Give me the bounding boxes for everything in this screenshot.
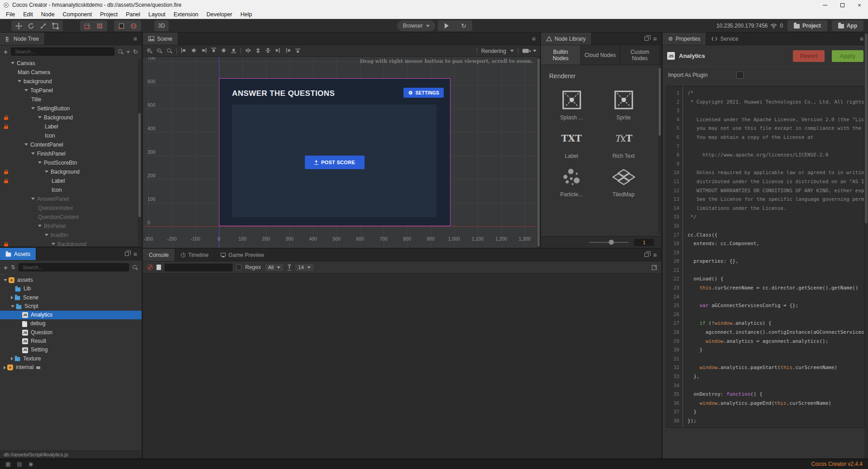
tab-properties[interactable]: ⚙ Properties xyxy=(663,33,706,45)
design-canvas[interactable]: ANSWER THE QUESTIONS ⚙ SETTINGS POST SCO… xyxy=(219,78,451,226)
tab-scene[interactable]: Scene xyxy=(143,33,178,45)
tree-node-toppanel[interactable]: TopPanel xyxy=(0,86,142,95)
mode-3d-button[interactable]: 3D xyxy=(154,20,169,31)
open-log-icon[interactable] xyxy=(157,265,161,270)
minimize-button[interactable] xyxy=(816,0,834,10)
expand-arrow-icon[interactable] xyxy=(52,243,55,245)
tree-node-questionindex[interactable]: QuestionIndex xyxy=(0,204,142,213)
tree-node-background[interactable]: Background xyxy=(0,113,142,122)
tree-node-btnpanel[interactable]: BtnPanel xyxy=(0,222,142,231)
library-tab-builtin-nodes[interactable]: Builtin Nodes xyxy=(541,45,581,65)
import-as-plugin-checkbox[interactable] xyxy=(736,71,744,79)
detach-panel-icon[interactable] xyxy=(645,37,649,41)
expand-arrow-icon[interactable] xyxy=(4,279,7,281)
library-zoom-slider[interactable] xyxy=(589,242,629,243)
rect-tool-button[interactable] xyxy=(49,21,62,31)
font-size-select[interactable]: 14 xyxy=(294,263,314,272)
tree-node-postscorebtn[interactable]: PostScoreBtn xyxy=(0,158,142,167)
log-list-icon[interactable]: ▤ xyxy=(17,461,22,467)
expand-arrow-icon[interactable] xyxy=(38,116,42,118)
expand-arrow-icon[interactable] xyxy=(11,296,13,299)
library-item-tiledmap[interactable]: TiledMap xyxy=(598,166,650,198)
asset-item-texture[interactable]: Texture xyxy=(0,355,142,363)
search-icon[interactable] xyxy=(132,265,138,270)
library-item-label[interactable]: TXTLabel xyxy=(545,128,598,159)
anchor-gizmo-button[interactable] xyxy=(115,21,128,31)
menu-file[interactable]: File xyxy=(2,11,19,18)
library-item-splash[interactable]: Splash ... xyxy=(545,90,598,121)
log-level-select[interactable]: All xyxy=(265,263,284,272)
eye-icon[interactable]: ◉ xyxy=(28,461,33,467)
add-node-button[interactable]: + xyxy=(4,48,8,55)
open-project-button[interactable]: Project xyxy=(787,20,827,31)
panel-menu-icon[interactable]: ≡ xyxy=(860,36,863,42)
tree-node-answerpanel[interactable]: AnswerPanel xyxy=(0,194,142,204)
expand-arrow-icon[interactable] xyxy=(38,225,42,227)
scene-viewport[interactable]: 7006005004003002001000 -300-200-10001002… xyxy=(143,57,540,248)
tree-node-main-camera[interactable]: Main Camera xyxy=(0,68,142,77)
align-middle-icon[interactable] xyxy=(221,47,227,55)
expand-arrow-icon[interactable] xyxy=(24,143,28,146)
clear-console-icon[interactable] xyxy=(147,265,153,270)
distribute-bottom-icon[interactable] xyxy=(295,47,301,55)
refresh-button[interactable]: ↻ xyxy=(455,21,472,31)
asset-search-input[interactable] xyxy=(19,263,129,271)
expand-arrow-icon[interactable] xyxy=(31,198,35,200)
node-search-input[interactable] xyxy=(11,47,114,56)
detach-panel-icon[interactable] xyxy=(125,252,129,256)
refresh-tree-icon[interactable]: ↻ xyxy=(133,49,138,55)
asset-item-lib[interactable]: Lib xyxy=(0,284,142,293)
tree-node-contentpanel[interactable]: ContentPanel xyxy=(0,140,142,149)
library-item-particle[interactable]: Particle... xyxy=(545,166,598,198)
camera-preview-icon[interactable] xyxy=(522,49,529,53)
tab-node-tree[interactable]: Node Tree xyxy=(0,33,45,45)
play-button[interactable] xyxy=(438,21,455,31)
panel-menu-icon[interactable]: ≡ xyxy=(653,36,657,42)
expand-arrow-icon[interactable] xyxy=(4,366,6,370)
align-right-icon[interactable] xyxy=(201,47,207,55)
asset-item-script[interactable]: Script xyxy=(0,302,142,311)
tree-node-icon[interactable]: Icon xyxy=(0,185,142,194)
panel-menu-icon[interactable]: ≡ xyxy=(653,252,657,258)
add-asset-button[interactable]: + xyxy=(4,264,8,271)
asset-item-assets[interactable]: assets xyxy=(0,276,142,284)
expand-arrow-icon[interactable] xyxy=(11,305,14,308)
apply-button[interactable]: Apply xyxy=(832,50,863,62)
expand-arrow-icon[interactable] xyxy=(24,89,28,91)
close-button[interactable]: × xyxy=(851,0,868,10)
regex-checkbox[interactable] xyxy=(236,265,242,270)
zoom-reset-icon[interactable] xyxy=(166,48,172,54)
console-toggle-icon[interactable]: ▦ xyxy=(5,461,10,467)
panel-menu-icon[interactable]: ≡ xyxy=(532,36,536,42)
search-icon[interactable] xyxy=(118,49,123,55)
expand-arrow-icon[interactable] xyxy=(38,161,42,164)
align-center-h-icon[interactable] xyxy=(191,47,197,55)
position-snap-button[interactable] xyxy=(81,21,94,31)
expand-arrow-icon[interactable] xyxy=(11,357,13,360)
tree-node-truebtn[interactable]: trueBtn xyxy=(0,231,142,240)
console-filter-input[interactable] xyxy=(165,264,232,271)
tab-game-preview[interactable]: Game Preview xyxy=(215,249,270,261)
expand-arrow-icon[interactable] xyxy=(45,171,48,173)
rendering-dropdown[interactable]: Rendering xyxy=(481,48,506,54)
move-tool-button[interactable] xyxy=(13,21,25,31)
tree-node-questioncontent[interactable]: QuestionContent xyxy=(0,213,142,222)
expand-arrow-icon[interactable] xyxy=(31,107,35,109)
align-top-icon[interactable] xyxy=(211,47,217,55)
locate-node-icon[interactable]: ⌖ xyxy=(127,49,130,55)
tree-node-canvas[interactable]: Canvas xyxy=(0,59,142,68)
scale-tool-button[interactable] xyxy=(37,21,49,31)
asset-item-result[interactable]: JSResult xyxy=(0,337,142,346)
sort-assets-icon[interactable]: ⇅ xyxy=(11,265,15,270)
world-gizmo-button[interactable] xyxy=(128,21,140,31)
expand-arrow-icon[interactable] xyxy=(18,80,21,82)
tab-console[interactable]: Console xyxy=(143,249,175,261)
menu-edit[interactable]: Edit xyxy=(19,11,37,18)
asset-item-internal[interactable]: internal xyxy=(0,363,142,372)
tab-node-library[interactable]: Node Library xyxy=(541,33,592,45)
distribute-right-icon[interactable] xyxy=(265,47,271,55)
menu-extension[interactable]: Extension xyxy=(170,11,203,18)
preview-target-dropdown[interactable]: Browser xyxy=(397,20,435,31)
detach-panel-icon[interactable] xyxy=(645,253,649,257)
library-tab-cloud-nodes[interactable]: Cloud Nodes xyxy=(581,45,621,65)
